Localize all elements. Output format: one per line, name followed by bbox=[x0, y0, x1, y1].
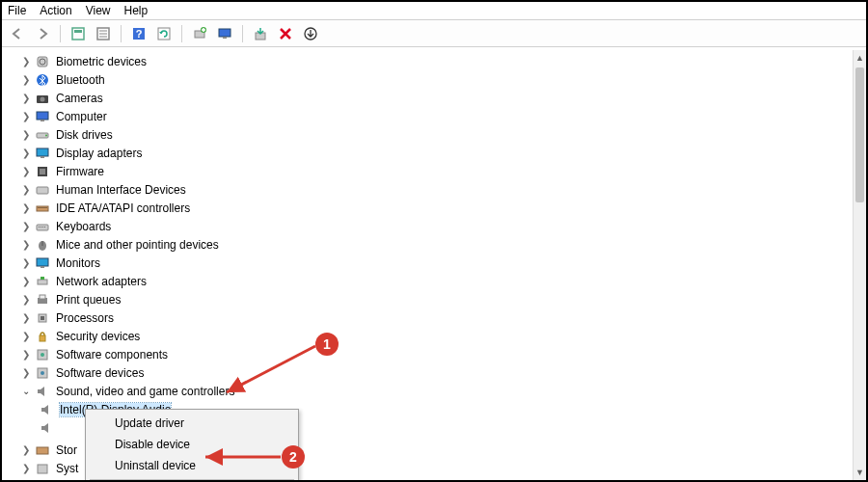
hid-icon bbox=[35, 182, 50, 198]
tree-item-processors[interactable]: ❯ Processors bbox=[2, 308, 853, 327]
install-driver-button[interactable] bbox=[251, 24, 270, 43]
tree-label: Biometric devices bbox=[56, 55, 147, 68]
tree-item-hid[interactable]: ❯ Human Interface Devices bbox=[2, 180, 853, 199]
security-icon bbox=[35, 329, 50, 344]
svg-rect-12 bbox=[223, 37, 227, 39]
svg-rect-33 bbox=[41, 227, 41, 228]
sound-icon bbox=[35, 384, 50, 399]
software-device-icon bbox=[35, 365, 50, 381]
add-hardware-button[interactable] bbox=[190, 24, 209, 43]
chevron-right-icon[interactable]: ❯ bbox=[19, 201, 33, 215]
tree-item-computer[interactable]: ❯ Computer bbox=[2, 107, 853, 125]
chevron-right-icon[interactable]: ❯ bbox=[19, 480, 33, 481]
show-hidden-button[interactable] bbox=[68, 24, 88, 43]
back-button[interactable] bbox=[8, 24, 27, 43]
svg-rect-24 bbox=[37, 148, 48, 156]
properties-button[interactable] bbox=[94, 24, 113, 43]
cpu-icon bbox=[35, 310, 50, 326]
chevron-down-icon[interactable]: ⌄ bbox=[19, 385, 33, 398]
chevron-right-icon[interactable]: ❯ bbox=[19, 183, 33, 197]
tree-label: Software components bbox=[56, 348, 168, 362]
tree-label: Cameras bbox=[56, 92, 103, 105]
menu-bar: File Action View Help bbox=[2, 2, 866, 20]
monitor-icon bbox=[35, 255, 50, 271]
svg-rect-51 bbox=[37, 447, 48, 454]
tree-item-security[interactable]: ❯ Security devices bbox=[2, 327, 853, 345]
svg-rect-25 bbox=[41, 156, 44, 158]
firmware-icon bbox=[35, 164, 50, 179]
chevron-right-icon[interactable]: ❯ bbox=[19, 275, 33, 288]
tree-label: Computer bbox=[56, 110, 107, 123]
storage-icon bbox=[35, 442, 50, 458]
context-uninstall-device[interactable]: Uninstall device bbox=[88, 455, 296, 476]
svg-rect-38 bbox=[37, 258, 48, 266]
chevron-right-icon[interactable]: ❯ bbox=[19, 256, 33, 270]
tree-item-network[interactable]: ❯ Network adapters bbox=[2, 272, 853, 290]
context-update-driver[interactable]: Update driver bbox=[88, 413, 296, 434]
download-button[interactable] bbox=[301, 24, 320, 43]
tree-item-softcomp[interactable]: ❯ Software components bbox=[2, 345, 853, 363]
chevron-right-icon[interactable]: ❯ bbox=[19, 366, 33, 380]
tree-item-disk[interactable]: ❯ Disk drives bbox=[2, 125, 853, 144]
forward-button[interactable] bbox=[33, 24, 52, 43]
remote-pc-button[interactable] bbox=[215, 24, 234, 43]
tree-item-ide[interactable]: ❯ IDE ATA/ATAPI controllers bbox=[2, 199, 853, 217]
chevron-right-icon[interactable]: ❯ bbox=[19, 92, 33, 105]
svg-rect-35 bbox=[44, 227, 45, 228]
scrollbar-thumb[interactable] bbox=[855, 67, 864, 202]
menu-action[interactable]: Action bbox=[40, 4, 71, 17]
tree-item-display[interactable]: ❯ Display adapters bbox=[2, 144, 853, 162]
svg-text:?: ? bbox=[136, 28, 143, 40]
chevron-right-icon[interactable]: ❯ bbox=[19, 220, 33, 233]
scroll-up-icon[interactable]: ▲ bbox=[854, 50, 866, 66]
computer-icon bbox=[35, 109, 50, 124]
svg-rect-41 bbox=[41, 277, 44, 280]
tree-item-softdev[interactable]: ❯ Software devices bbox=[2, 363, 853, 382]
svg-rect-39 bbox=[41, 266, 44, 268]
chevron-right-icon[interactable]: ❯ bbox=[19, 73, 33, 87]
tree-item-keyboards[interactable]: ❯ Keyboards bbox=[2, 217, 853, 235]
svg-rect-43 bbox=[40, 295, 45, 299]
svg-point-48 bbox=[41, 353, 44, 357]
tree-item-mice[interactable]: ❯ Mice and other pointing devices bbox=[2, 235, 853, 254]
camera-icon bbox=[35, 91, 50, 106]
scroll-down-icon[interactable]: ▼ bbox=[854, 465, 866, 480]
chevron-right-icon[interactable]: ❯ bbox=[19, 293, 33, 307]
callout-1: 1 bbox=[315, 333, 339, 356]
tree-item-sound[interactable]: ⌄ Sound, video and game controllers bbox=[2, 382, 853, 400]
chevron-right-icon[interactable]: ❯ bbox=[19, 55, 33, 68]
menu-help[interactable]: Help bbox=[124, 4, 149, 17]
tree-item-bluetooth[interactable]: ❯ Bluetooth bbox=[2, 70, 853, 89]
chevron-right-icon[interactable]: ❯ bbox=[19, 128, 33, 142]
context-disable-device[interactable]: Disable device bbox=[88, 434, 296, 455]
menu-file[interactable]: File bbox=[8, 4, 26, 17]
svg-rect-34 bbox=[42, 227, 43, 228]
tree-item-printers[interactable]: ❯ Print queues bbox=[2, 290, 853, 308]
tree-label: Sound, video and game controllers bbox=[56, 385, 234, 398]
tree-item-biometric[interactable]: ❯ Biometric devices bbox=[2, 52, 853, 70]
tree-item-cameras[interactable]: ❯ Cameras bbox=[2, 89, 853, 107]
chevron-right-icon[interactable]: ❯ bbox=[19, 348, 33, 362]
disk-icon bbox=[35, 127, 50, 143]
chevron-right-icon[interactable]: ❯ bbox=[19, 462, 33, 475]
tree-item-firmware[interactable]: ❯ Firmware bbox=[2, 162, 853, 180]
chevron-right-icon[interactable]: ❯ bbox=[19, 443, 33, 457]
menu-view[interactable]: View bbox=[86, 4, 111, 17]
chevron-right-icon[interactable]: ❯ bbox=[19, 147, 33, 160]
help-button[interactable]: ? bbox=[129, 24, 149, 43]
chevron-right-icon[interactable]: ❯ bbox=[19, 238, 33, 252]
system-icon bbox=[35, 461, 50, 476]
svg-rect-28 bbox=[37, 187, 48, 194]
tree-label: Keyboards bbox=[56, 220, 111, 233]
chevron-right-icon[interactable]: ❯ bbox=[19, 110, 33, 123]
vertical-scrollbar[interactable]: ▲ ▼ bbox=[853, 50, 866, 480]
remove-button[interactable] bbox=[276, 24, 295, 43]
svg-rect-46 bbox=[40, 335, 45, 341]
tree-item-monitors[interactable]: ❯ Monitors bbox=[2, 254, 853, 272]
refresh-button[interactable] bbox=[154, 24, 174, 43]
chevron-right-icon[interactable]: ❯ bbox=[19, 311, 33, 325]
svg-rect-29 bbox=[37, 206, 48, 211]
chevron-right-icon[interactable]: ❯ bbox=[19, 165, 33, 178]
svg-rect-45 bbox=[41, 316, 44, 320]
chevron-right-icon[interactable]: ❯ bbox=[19, 330, 33, 343]
